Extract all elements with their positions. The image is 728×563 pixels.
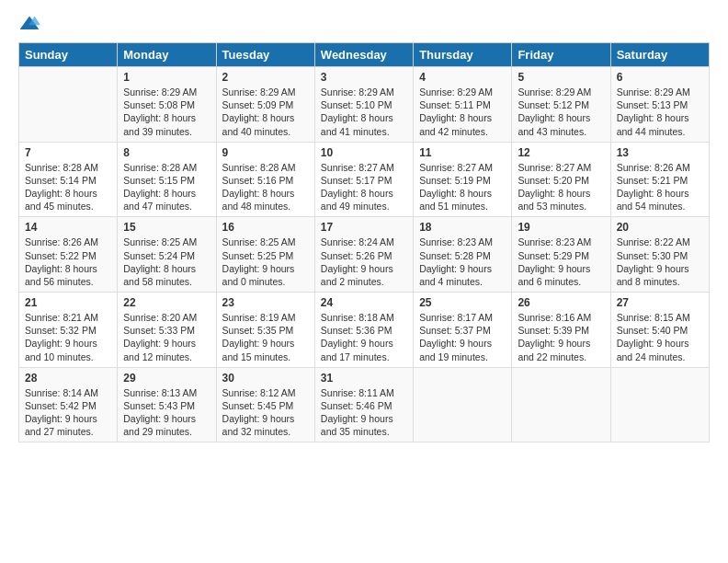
calendar-cell: 23Sunrise: 8:19 AM Sunset: 5:35 PM Dayli… — [216, 293, 314, 368]
cell-content: Sunrise: 8:28 AM Sunset: 5:15 PM Dayligh… — [123, 161, 210, 213]
cell-content: Sunrise: 8:27 AM Sunset: 5:17 PM Dayligh… — [321, 161, 407, 213]
cell-content: Sunrise: 8:26 AM Sunset: 5:21 PM Dayligh… — [617, 161, 703, 213]
header-day-friday: Friday — [512, 43, 610, 67]
day-number: 24 — [321, 296, 407, 309]
day-number: 8 — [123, 146, 210, 159]
calendar-cell: 9Sunrise: 8:28 AM Sunset: 5:16 PM Daylig… — [216, 142, 314, 217]
day-number: 7 — [25, 146, 111, 159]
calendar-cell: 25Sunrise: 8:17 AM Sunset: 5:37 PM Dayli… — [414, 293, 512, 368]
header — [18, 14, 710, 33]
calendar-week-5: 28Sunrise: 8:14 AM Sunset: 5:42 PM Dayli… — [19, 367, 710, 442]
cell-content: Sunrise: 8:28 AM Sunset: 5:16 PM Dayligh… — [222, 161, 309, 213]
cell-content: Sunrise: 8:23 AM Sunset: 5:28 PM Dayligh… — [419, 236, 506, 288]
calendar-cell: 10Sunrise: 8:27 AM Sunset: 5:17 PM Dayli… — [314, 142, 413, 217]
cell-content: Sunrise: 8:29 AM Sunset: 5:10 PM Dayligh… — [321, 86, 407, 138]
header-day-wednesday: Wednesday — [314, 43, 413, 67]
day-number: 10 — [321, 146, 407, 159]
calendar-cell: 11Sunrise: 8:27 AM Sunset: 5:19 PM Dayli… — [414, 142, 512, 217]
cell-content: Sunrise: 8:12 AM Sunset: 5:45 PM Dayligh… — [222, 386, 309, 439]
day-number: 4 — [419, 71, 506, 84]
calendar-cell: 2Sunrise: 8:29 AM Sunset: 5:09 PM Daylig… — [216, 67, 314, 143]
calendar-cell: 15Sunrise: 8:25 AM Sunset: 5:24 PM Dayli… — [118, 217, 216, 293]
calendar-cell: 16Sunrise: 8:25 AM Sunset: 5:25 PM Dayli… — [216, 217, 314, 293]
calendar-cell: 17Sunrise: 8:24 AM Sunset: 5:26 PM Dayli… — [314, 217, 413, 293]
day-number: 22 — [123, 296, 210, 309]
calendar-cell: 20Sunrise: 8:22 AM Sunset: 5:30 PM Dayli… — [610, 217, 709, 293]
calendar-cell: 31Sunrise: 8:11 AM Sunset: 5:46 PM Dayli… — [314, 367, 413, 442]
calendar-cell: 18Sunrise: 8:23 AM Sunset: 5:28 PM Dayli… — [414, 217, 512, 293]
calendar-week-2: 7Sunrise: 8:28 AM Sunset: 5:14 PM Daylig… — [19, 142, 710, 217]
day-number: 17 — [321, 221, 407, 234]
calendar-cell: 12Sunrise: 8:27 AM Sunset: 5:20 PM Dayli… — [512, 142, 610, 217]
cell-content: Sunrise: 8:25 AM Sunset: 5:25 PM Dayligh… — [222, 236, 309, 288]
calendar-cell — [610, 367, 709, 442]
cell-content: Sunrise: 8:22 AM Sunset: 5:30 PM Dayligh… — [617, 236, 703, 288]
day-number: 13 — [617, 146, 703, 159]
calendar-header-row: SundayMondayTuesdayWednesdayThursdayFrid… — [19, 43, 710, 67]
day-number: 29 — [123, 372, 210, 385]
calendar-table: SundayMondayTuesdayWednesdayThursdayFrid… — [18, 42, 710, 442]
calendar-cell: 13Sunrise: 8:26 AM Sunset: 5:21 PM Dayli… — [610, 142, 709, 217]
cell-content: Sunrise: 8:29 AM Sunset: 5:13 PM Dayligh… — [617, 86, 703, 138]
day-number: 15 — [123, 221, 210, 234]
day-number: 9 — [222, 146, 309, 159]
cell-content: Sunrise: 8:16 AM Sunset: 5:39 PM Dayligh… — [518, 311, 604, 363]
calendar-week-3: 14Sunrise: 8:26 AM Sunset: 5:22 PM Dayli… — [19, 217, 710, 293]
day-number: 14 — [25, 221, 111, 234]
cell-content: Sunrise: 8:19 AM Sunset: 5:35 PM Dayligh… — [222, 311, 309, 363]
day-number: 16 — [222, 221, 309, 234]
calendar-cell: 28Sunrise: 8:14 AM Sunset: 5:42 PM Dayli… — [19, 367, 118, 442]
cell-content: Sunrise: 8:13 AM Sunset: 5:43 PM Dayligh… — [123, 386, 210, 439]
cell-content: Sunrise: 8:25 AM Sunset: 5:24 PM Dayligh… — [123, 236, 210, 288]
calendar-cell: 1Sunrise: 8:29 AM Sunset: 5:08 PM Daylig… — [118, 67, 216, 143]
calendar-cell: 19Sunrise: 8:23 AM Sunset: 5:29 PM Dayli… — [512, 217, 610, 293]
day-number: 25 — [419, 296, 506, 309]
calendar-cell: 7Sunrise: 8:28 AM Sunset: 5:14 PM Daylig… — [19, 142, 118, 217]
header-day-tuesday: Tuesday — [216, 43, 314, 67]
cell-content: Sunrise: 8:17 AM Sunset: 5:37 PM Dayligh… — [419, 311, 506, 363]
cell-content: Sunrise: 8:29 AM Sunset: 5:12 PM Dayligh… — [518, 86, 604, 138]
cell-content: Sunrise: 8:15 AM Sunset: 5:40 PM Dayligh… — [617, 311, 703, 363]
calendar-cell: 22Sunrise: 8:20 AM Sunset: 5:33 PM Dayli… — [118, 293, 216, 368]
cell-content: Sunrise: 8:29 AM Sunset: 5:11 PM Dayligh… — [419, 86, 506, 138]
day-number: 11 — [419, 146, 506, 159]
calendar-cell: 6Sunrise: 8:29 AM Sunset: 5:13 PM Daylig… — [610, 67, 709, 143]
cell-content: Sunrise: 8:29 AM Sunset: 5:08 PM Dayligh… — [123, 86, 210, 138]
calendar-cell: 26Sunrise: 8:16 AM Sunset: 5:39 PM Dayli… — [512, 293, 610, 368]
calendar-week-4: 21Sunrise: 8:21 AM Sunset: 5:32 PM Dayli… — [19, 293, 710, 368]
calendar-cell: 30Sunrise: 8:12 AM Sunset: 5:45 PM Dayli… — [216, 367, 314, 442]
calendar-cell: 27Sunrise: 8:15 AM Sunset: 5:40 PM Dayli… — [610, 293, 709, 368]
header-day-thursday: Thursday — [414, 43, 512, 67]
cell-content: Sunrise: 8:23 AM Sunset: 5:29 PM Dayligh… — [518, 236, 604, 288]
day-number: 23 — [222, 296, 309, 309]
day-number: 27 — [617, 296, 703, 309]
cell-content: Sunrise: 8:27 AM Sunset: 5:19 PM Dayligh… — [419, 161, 506, 213]
calendar-cell: 29Sunrise: 8:13 AM Sunset: 5:43 PM Dayli… — [118, 367, 216, 442]
day-number: 18 — [419, 221, 506, 234]
calendar-cell: 3Sunrise: 8:29 AM Sunset: 5:10 PM Daylig… — [314, 67, 413, 143]
day-number: 1 — [123, 71, 210, 84]
cell-content: Sunrise: 8:24 AM Sunset: 5:26 PM Dayligh… — [321, 236, 407, 288]
logo-icon — [18, 15, 40, 33]
page-container: SundayMondayTuesdayWednesdayThursdayFrid… — [0, 0, 728, 452]
day-number: 6 — [617, 71, 703, 84]
calendar-cell: 14Sunrise: 8:26 AM Sunset: 5:22 PM Dayli… — [19, 217, 118, 293]
day-number: 12 — [518, 146, 604, 159]
cell-content: Sunrise: 8:21 AM Sunset: 5:32 PM Dayligh… — [25, 311, 111, 363]
day-number: 28 — [25, 372, 111, 385]
cell-content: Sunrise: 8:26 AM Sunset: 5:22 PM Dayligh… — [25, 236, 111, 288]
calendar-cell: 5Sunrise: 8:29 AM Sunset: 5:12 PM Daylig… — [512, 67, 610, 143]
calendar-cell — [414, 367, 512, 442]
calendar-cell: 4Sunrise: 8:29 AM Sunset: 5:11 PM Daylig… — [414, 67, 512, 143]
cell-content: Sunrise: 8:18 AM Sunset: 5:36 PM Dayligh… — [321, 311, 407, 363]
header-day-sunday: Sunday — [19, 43, 118, 67]
calendar-cell: 21Sunrise: 8:21 AM Sunset: 5:32 PM Dayli… — [19, 293, 118, 368]
cell-content: Sunrise: 8:14 AM Sunset: 5:42 PM Dayligh… — [25, 386, 111, 439]
cell-content: Sunrise: 8:11 AM Sunset: 5:46 PM Dayligh… — [321, 386, 407, 439]
day-number: 5 — [518, 71, 604, 84]
day-number: 21 — [25, 296, 111, 309]
logo — [18, 14, 44, 33]
day-number: 20 — [617, 221, 703, 234]
calendar-week-1: 1Sunrise: 8:29 AM Sunset: 5:08 PM Daylig… — [19, 67, 710, 143]
day-number: 19 — [518, 221, 604, 234]
